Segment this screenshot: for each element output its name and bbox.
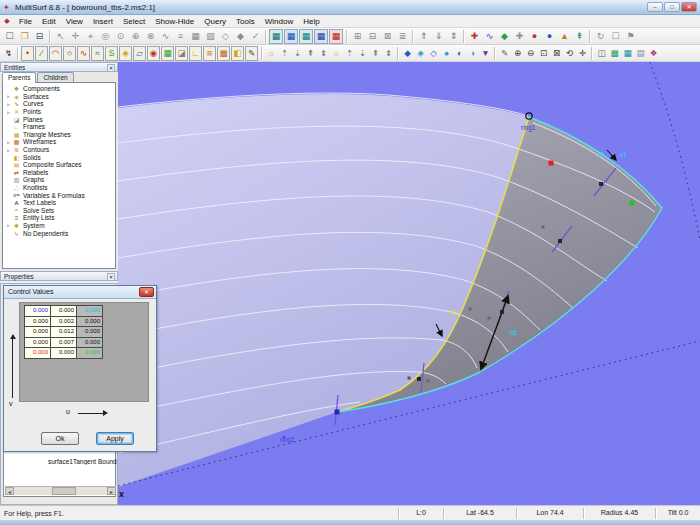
insert-point-icon[interactable]: • (21, 46, 34, 61)
select-grid-icon[interactable]: ⊞ (350, 29, 365, 44)
tree-item-relabels[interactable]: ⇄Relabels (3, 169, 115, 177)
zoom-out-icon[interactable]: ⊖ (524, 46, 537, 61)
menu-item-insert[interactable]: Insert (88, 15, 118, 28)
expand-icon[interactable]: ▹ (5, 139, 12, 145)
insert-wireframe-icon[interactable]: ▩ (217, 46, 230, 61)
entities-panel-header[interactable]: Entities ✕ (0, 62, 118, 72)
apply-button[interactable]: Apply (96, 432, 134, 445)
show-all-bulb-icon[interactable]: ☼ (265, 46, 278, 61)
control-point-black[interactable] (599, 182, 603, 186)
control-value-cell[interactable]: 0.000 (77, 327, 102, 337)
close-button[interactable]: ✕ (681, 2, 697, 12)
row-select-icon[interactable]: ⊟ (365, 29, 380, 44)
tree-item-triangle-meshes[interactable]: ▦Triangle Meshes (3, 131, 115, 139)
properties-panel-header[interactable]: Properties ✕ (0, 271, 118, 281)
dialog-close-icon[interactable]: ✕ (139, 287, 154, 297)
view-side-icon[interactable]: ◇ (427, 46, 440, 61)
insert-label-icon[interactable]: ✎ (245, 46, 258, 61)
tree-item-curves[interactable]: ▹∿Curves (3, 100, 115, 108)
control-value-cell[interactable]: 0.000 (25, 317, 50, 327)
body-window-icon[interactable]: ▦ (314, 29, 328, 44)
scroll-left-icon[interactable]: ◄ (5, 487, 14, 495)
control-point-black[interactable] (500, 310, 504, 314)
control-value-cell[interactable]: 0.000 (25, 338, 50, 348)
insert-line-icon[interactable]: ∕ (35, 46, 48, 61)
control-point-gray[interactable] (542, 226, 545, 229)
control-value-cell[interactable]: 0.000 (25, 327, 50, 337)
expand-icon[interactable]: ▹ (5, 109, 12, 115)
model-window-icon[interactable]: ▦ (269, 29, 283, 44)
show-children-icon[interactable]: ⇟ (317, 46, 330, 61)
open-folder-icon[interactable]: ❒ (17, 29, 32, 44)
insert-circle-icon[interactable]: ○ (63, 46, 76, 61)
zoom-fit-icon[interactable]: ⊠ (550, 46, 563, 61)
entity-color-icon[interactable]: ● (527, 29, 542, 44)
tree-item-points[interactable]: ▹✕Points (3, 108, 115, 116)
column-select-icon[interactable]: ⊠ (380, 29, 395, 44)
control-values-dialog[interactable]: Control Values ✕ 0.0000.0000.0000.0000.0… (3, 285, 157, 452)
locate-tool-icon[interactable]: ⌖ (83, 29, 98, 44)
zoom-in-icon[interactable]: ⊕ (511, 46, 524, 61)
sketch-icon[interactable]: ✎ (498, 46, 511, 61)
view-iso2-icon[interactable]: ◑ (466, 46, 479, 61)
tree-item-surfaces[interactable]: ▹◈Surfaces (3, 93, 115, 101)
hidden-line-display-icon[interactable]: ▦ (621, 46, 634, 61)
tree-item-variables-formulas[interactable]: x=Variables & Formulas (3, 191, 115, 199)
tree-item-contours[interactable]: ▹≋Contours (3, 146, 115, 154)
profile-window-icon[interactable]: ▦ (299, 29, 313, 44)
control-point-gray[interactable] (469, 308, 472, 311)
control-point-green[interactable] (630, 201, 635, 206)
control-point-black[interactable] (558, 239, 562, 243)
title-bar[interactable]: ✦ MultiSurf 8.8 - [ bowround_tbs-2.ms2:1… (0, 0, 700, 15)
control-point-gray[interactable] (408, 377, 411, 380)
list-view-icon[interactable]: ≣ (395, 29, 410, 44)
view-home-icon[interactable]: ◆ (401, 46, 414, 61)
shaded-display-icon[interactable]: ▩ (608, 46, 621, 61)
grid-tool-icon[interactable]: ▦ (188, 29, 203, 44)
select-open-icon[interactable]: ◇ (218, 29, 233, 44)
insert-ccurve-icon[interactable]: ≈ (91, 46, 104, 61)
snap-center-icon[interactable]: ◎ (98, 29, 113, 44)
check-model-icon[interactable]: ✓ (248, 29, 263, 44)
control-value-cell[interactable]: 0.012 (51, 327, 76, 337)
reselect-icon[interactable]: ↻ (593, 29, 608, 44)
show-surfaces-icon[interactable]: ◆ (497, 29, 512, 44)
control-point-blue[interactable] (335, 410, 340, 415)
snap-point-icon[interactable]: ⊙ (113, 29, 128, 44)
expand-icon[interactable]: ▹ (5, 147, 12, 153)
pick-arrow-icon[interactable]: ↖ (53, 29, 68, 44)
menu-item-tools[interactable]: Tools (231, 15, 260, 28)
control-value-cell[interactable]: 0.000 (25, 306, 50, 316)
select-children-icon[interactable]: ⇓ (431, 29, 446, 44)
select-filled-icon[interactable]: ◆ (233, 29, 248, 44)
tree-item-no-dependents[interactable]: ↳No Dependents (3, 229, 115, 237)
show-curves-icon[interactable]: ∿ (482, 29, 497, 44)
insert-bcurve-icon[interactable]: ∿ (77, 46, 90, 61)
view-custom-icon[interactable]: ▼ (479, 46, 492, 61)
hide-dependents-icon[interactable]: ⇟ (382, 46, 395, 61)
tree-item-graphs[interactable]: ▥Graphs (3, 176, 115, 184)
dialog-title-bar[interactable]: Control Values ✕ (4, 286, 156, 299)
view-front-icon[interactable]: ◈ (414, 46, 427, 61)
pan-tool-icon[interactable]: ✛ (68, 29, 83, 44)
tree-item-planes[interactable]: ◪Planes (3, 115, 115, 123)
control-point-gray[interactable] (427, 380, 430, 383)
insert-solid-icon[interactable]: ◧ (231, 46, 244, 61)
curve-color-icon[interactable]: ● (542, 29, 557, 44)
expand-icon[interactable]: ▹ (5, 101, 12, 107)
control-point-gray[interactable] (488, 317, 491, 320)
expand-icon[interactable]: ▹ (5, 93, 12, 99)
menu-item-file[interactable]: File (14, 15, 37, 28)
control-point-black[interactable] (417, 377, 421, 381)
show-selected-icon[interactable]: ⇡ (278, 46, 291, 61)
show-parents-icon[interactable]: ⇞ (304, 46, 317, 61)
insert-revolution-surface-icon[interactable]: ◉ (147, 46, 160, 61)
insert-blend-surface-icon[interactable]: ▦ (161, 46, 174, 61)
menu-item-help[interactable]: Help (298, 15, 324, 28)
transparent-display-icon[interactable]: ▤ (634, 46, 647, 61)
save-icon[interactable]: ⊟ (32, 29, 47, 44)
orientation-icon[interactable]: ▲ (557, 29, 572, 44)
scrollbar-track[interactable] (14, 487, 107, 495)
insert-arc-icon[interactable]: ◠ (49, 46, 62, 61)
tree-item-solids[interactable]: ◧Solids (3, 153, 115, 161)
